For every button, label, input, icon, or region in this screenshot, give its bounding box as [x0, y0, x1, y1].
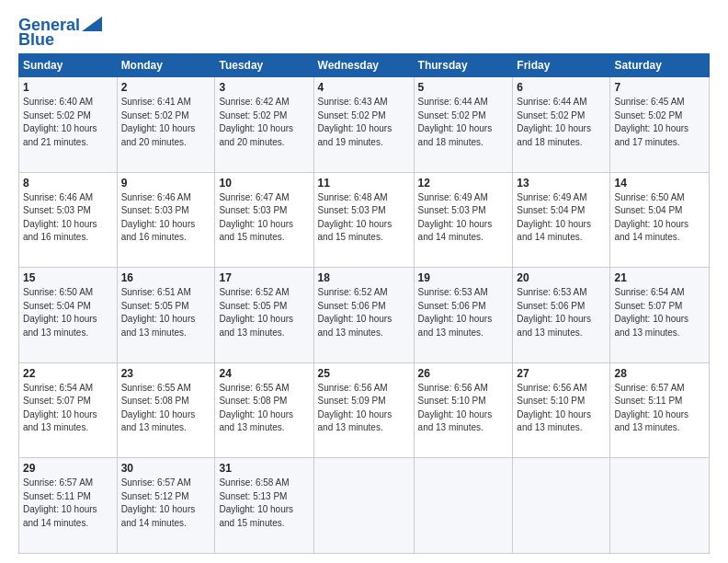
day-number: 12	[418, 177, 509, 190]
calendar-day-cell: 18Sunrise: 6:52 AMSunset: 5:06 PMDayligh…	[313, 268, 414, 363]
calendar-day-cell	[313, 458, 414, 554]
calendar-day-cell	[414, 458, 513, 554]
calendar-day-cell: 8Sunrise: 6:46 AMSunset: 5:03 PMDaylight…	[19, 172, 118, 268]
day-number: 20	[517, 271, 606, 284]
calendar-day-cell: 17Sunrise: 6:52 AMSunset: 5:05 PMDayligh…	[215, 268, 313, 363]
calendar-week-row: 29Sunrise: 6:57 AMSunset: 5:11 PMDayligh…	[19, 458, 710, 554]
day-number: 4	[318, 81, 410, 94]
day-info: Sunrise: 6:54 AMSunset: 5:07 PMDaylight:…	[23, 383, 97, 433]
calendar-day-cell: 20Sunrise: 6:53 AMSunset: 5:06 PMDayligh…	[513, 268, 610, 363]
day-info: Sunrise: 6:44 AMSunset: 5:02 PMDaylight:…	[517, 97, 591, 147]
day-number: 21	[614, 271, 705, 284]
day-number: 28	[614, 367, 705, 380]
calendar-week-row: 1Sunrise: 6:40 AMSunset: 5:02 PMDaylight…	[19, 77, 710, 173]
calendar-day-cell: 4Sunrise: 6:43 AMSunset: 5:02 PMDaylight…	[313, 77, 414, 173]
calendar-day-cell: 2Sunrise: 6:41 AMSunset: 5:02 PMDaylight…	[117, 77, 215, 173]
day-info: Sunrise: 6:56 AMSunset: 5:09 PMDaylight:…	[318, 383, 392, 433]
svg-marker-0	[82, 17, 102, 31]
calendar-day-cell: 30Sunrise: 6:57 AMSunset: 5:12 PMDayligh…	[117, 458, 215, 554]
day-info: Sunrise: 6:53 AMSunset: 5:06 PMDaylight:…	[418, 287, 493, 338]
calendar-day-cell: 5Sunrise: 6:44 AMSunset: 5:02 PMDaylight…	[414, 77, 513, 173]
calendar-day-cell: 16Sunrise: 6:51 AMSunset: 5:05 PMDayligh…	[117, 268, 215, 363]
calendar-header-day: Sunday	[19, 54, 118, 77]
day-number: 5	[418, 81, 509, 94]
calendar-day-cell: 25Sunrise: 6:56 AMSunset: 5:09 PMDayligh…	[313, 362, 414, 458]
calendar-day-cell: 6Sunrise: 6:44 AMSunset: 5:02 PMDaylight…	[513, 77, 610, 173]
day-info: Sunrise: 6:44 AMSunset: 5:02 PMDaylight:…	[418, 97, 493, 147]
day-info: Sunrise: 6:51 AMSunset: 5:05 PMDaylight:…	[121, 287, 196, 338]
calendar-day-cell: 15Sunrise: 6:50 AMSunset: 5:04 PMDayligh…	[19, 268, 118, 363]
calendar-day-cell: 14Sunrise: 6:50 AMSunset: 5:04 PMDayligh…	[610, 172, 710, 268]
day-info: Sunrise: 6:49 AMSunset: 5:03 PMDaylight:…	[418, 192, 493, 243]
calendar-day-cell: 27Sunrise: 6:56 AMSunset: 5:10 PMDayligh…	[513, 362, 610, 458]
day-number: 26	[418, 367, 509, 380]
calendar-day-cell: 19Sunrise: 6:53 AMSunset: 5:06 PMDayligh…	[414, 268, 513, 363]
day-info: Sunrise: 6:45 AMSunset: 5:02 PMDaylight:…	[614, 97, 688, 147]
day-number: 14	[614, 177, 705, 190]
header: General Blue	[18, 17, 710, 48]
calendar-header-day: Monday	[117, 54, 215, 77]
day-number: 19	[418, 271, 509, 284]
day-number: 16	[121, 271, 211, 284]
day-info: Sunrise: 6:55 AMSunset: 5:08 PMDaylight:…	[121, 383, 196, 433]
calendar-header-day: Wednesday	[313, 54, 414, 77]
calendar-week-row: 15Sunrise: 6:50 AMSunset: 5:04 PMDayligh…	[19, 268, 710, 363]
calendar-day-cell: 12Sunrise: 6:49 AMSunset: 5:03 PMDayligh…	[414, 172, 513, 268]
calendar-day-cell: 1Sunrise: 6:40 AMSunset: 5:02 PMDaylight…	[19, 77, 118, 173]
day-info: Sunrise: 6:43 AMSunset: 5:02 PMDaylight:…	[318, 97, 392, 147]
day-info: Sunrise: 6:40 AMSunset: 5:02 PMDaylight:…	[23, 97, 97, 147]
calendar-day-cell	[513, 458, 610, 554]
day-info: Sunrise: 6:50 AMSunset: 5:04 PMDaylight:…	[23, 287, 97, 338]
calendar-header-day: Thursday	[414, 54, 513, 77]
calendar-header-day: Friday	[513, 54, 610, 77]
calendar-day-cell: 31Sunrise: 6:58 AMSunset: 5:13 PMDayligh…	[215, 458, 313, 554]
day-number: 31	[219, 462, 309, 475]
day-number: 23	[121, 367, 211, 380]
calendar-day-cell: 7Sunrise: 6:45 AMSunset: 5:02 PMDaylight…	[610, 77, 710, 173]
calendar-header-day: Saturday	[610, 54, 710, 77]
day-number: 18	[318, 271, 410, 284]
day-info: Sunrise: 6:58 AMSunset: 5:13 PMDaylight:…	[219, 477, 293, 528]
calendar-day-cell: 11Sunrise: 6:48 AMSunset: 5:03 PMDayligh…	[313, 172, 414, 268]
calendar-day-cell: 3Sunrise: 6:42 AMSunset: 5:02 PMDaylight…	[215, 77, 313, 173]
calendar-day-cell: 26Sunrise: 6:56 AMSunset: 5:10 PMDayligh…	[414, 362, 513, 458]
day-info: Sunrise: 6:56 AMSunset: 5:10 PMDaylight:…	[418, 383, 493, 433]
logo-line2: Blue	[18, 31, 54, 48]
calendar-day-cell: 28Sunrise: 6:57 AMSunset: 5:11 PMDayligh…	[610, 362, 710, 458]
day-info: Sunrise: 6:53 AMSunset: 5:06 PMDaylight:…	[517, 287, 591, 338]
day-info: Sunrise: 6:42 AMSunset: 5:02 PMDaylight:…	[219, 97, 293, 147]
calendar-header-row: SundayMondayTuesdayWednesdayThursdayFrid…	[19, 54, 710, 77]
day-info: Sunrise: 6:56 AMSunset: 5:10 PMDaylight:…	[517, 383, 591, 433]
calendar-header-day: Tuesday	[215, 54, 313, 77]
day-number: 13	[517, 177, 606, 190]
logo-icon	[82, 17, 102, 31]
day-number: 9	[121, 177, 211, 190]
calendar-day-cell	[610, 458, 710, 554]
day-info: Sunrise: 6:48 AMSunset: 5:03 PMDaylight:…	[318, 192, 392, 243]
day-info: Sunrise: 6:49 AMSunset: 5:04 PMDaylight:…	[517, 192, 591, 243]
calendar-day-cell: 13Sunrise: 6:49 AMSunset: 5:04 PMDayligh…	[513, 172, 610, 268]
day-number: 11	[318, 177, 410, 190]
day-info: Sunrise: 6:47 AMSunset: 5:03 PMDaylight:…	[219, 192, 293, 243]
page: General Blue SundayMondayTuesdayWednesda…	[0, 0, 728, 563]
day-number: 30	[121, 462, 211, 475]
calendar-week-row: 8Sunrise: 6:46 AMSunset: 5:03 PMDaylight…	[19, 172, 710, 268]
day-number: 15	[23, 271, 113, 284]
day-number: 27	[517, 367, 606, 380]
logo: General Blue	[18, 17, 102, 48]
day-number: 22	[23, 367, 113, 380]
day-number: 24	[219, 367, 309, 380]
day-info: Sunrise: 6:46 AMSunset: 5:03 PMDaylight:…	[23, 192, 97, 243]
calendar-day-cell: 21Sunrise: 6:54 AMSunset: 5:07 PMDayligh…	[610, 268, 710, 363]
day-info: Sunrise: 6:46 AMSunset: 5:03 PMDaylight:…	[121, 192, 196, 243]
day-number: 8	[23, 177, 113, 190]
day-number: 1	[23, 81, 113, 94]
day-number: 3	[219, 81, 309, 94]
day-info: Sunrise: 6:52 AMSunset: 5:06 PMDaylight:…	[318, 287, 392, 338]
calendar-day-cell: 23Sunrise: 6:55 AMSunset: 5:08 PMDayligh…	[117, 362, 215, 458]
calendar-day-cell: 29Sunrise: 6:57 AMSunset: 5:11 PMDayligh…	[19, 458, 118, 554]
day-info: Sunrise: 6:57 AMSunset: 5:11 PMDaylight:…	[23, 477, 97, 528]
day-number: 25	[318, 367, 410, 380]
calendar-day-cell: 9Sunrise: 6:46 AMSunset: 5:03 PMDaylight…	[117, 172, 215, 268]
day-info: Sunrise: 6:57 AMSunset: 5:12 PMDaylight:…	[121, 477, 196, 528]
